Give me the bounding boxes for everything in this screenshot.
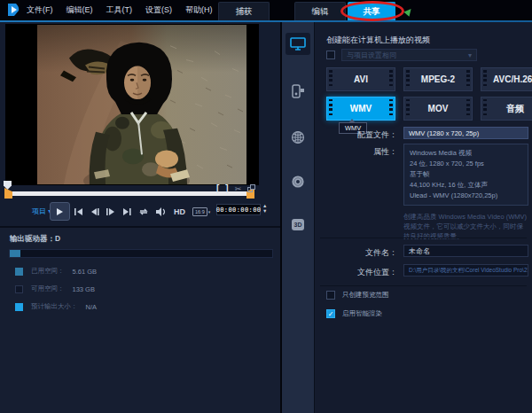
next-frame-icon[interactable] bbox=[106, 207, 115, 216]
free-space-label: 可用空间： bbox=[31, 284, 65, 293]
menu-tools[interactable]: 工具(T) bbox=[106, 4, 133, 16]
duplicate-icon[interactable] bbox=[247, 184, 255, 192]
smart-render-option: ✓ 启用智能渲染 bbox=[326, 309, 382, 318]
tab-edit[interactable]: 编辑 bbox=[294, 2, 346, 20]
video-preview bbox=[5, 24, 259, 185]
app-logo-icon bbox=[6, 3, 20, 17]
go-end-icon[interactable] bbox=[122, 207, 131, 216]
smart-render-checkbox[interactable]: ✓ bbox=[326, 309, 335, 318]
property-line: Windows Media 视频 bbox=[410, 148, 522, 159]
drive-usage-bar bbox=[9, 249, 273, 258]
prev-frame-icon[interactable] bbox=[90, 207, 99, 216]
property-line: Ulead - WMV (1280x720,25p) bbox=[410, 191, 522, 201]
estimated-size-value: N/A bbox=[86, 303, 98, 311]
project-settings-value: 与项目设置相同 bbox=[347, 51, 396, 60]
preview-range-option: 只创建预览范围 bbox=[326, 291, 389, 300]
tab-capture[interactable]: 捕获 bbox=[218, 2, 270, 20]
play-button[interactable] bbox=[50, 202, 70, 221]
filepath-label: 文件位置： bbox=[315, 267, 397, 278]
format-wmv-button[interactable]: WMV bbox=[326, 97, 395, 121]
panel-divider bbox=[320, 238, 527, 238]
timecode-stepper[interactable]: ▲▼ bbox=[262, 203, 267, 214]
video-frame bbox=[37, 25, 246, 184]
profile-label: 配置文件： bbox=[315, 129, 397, 141]
playback-source-selector[interactable]: 项目 ▾ bbox=[32, 206, 51, 216]
property-line: 基于帧 bbox=[410, 169, 522, 180]
menu-file[interactable]: 文件(F) bbox=[27, 4, 53, 16]
menu-edit[interactable]: 编辑(E) bbox=[66, 4, 93, 16]
share-settings-panel: 创建能在计算机上播放的视频 与项目设置相同 ▾ AVI MPEG-2 AVC/H… bbox=[315, 22, 532, 413]
format-avi-button[interactable]: AVI bbox=[326, 67, 395, 91]
smart-render-label: 启用智能渲染 bbox=[342, 309, 382, 318]
3d-disc-category-icon[interactable]: 3D bbox=[282, 219, 314, 230]
property-line: 24 位, 1280 x 720, 25 fps bbox=[410, 159, 522, 169]
properties-box: Windows Media 视频 24 位, 1280 x 720, 25 fp… bbox=[403, 144, 528, 206]
format-audio-button[interactable]: 音频 bbox=[481, 97, 532, 121]
format-mpeg2-button[interactable]: MPEG-2 bbox=[403, 67, 473, 91]
mark-in-button[interactable]: [ bbox=[216, 183, 219, 193]
hd-toggle[interactable]: HD bbox=[174, 207, 185, 216]
property-line: 44,100 KHz, 16 位, 立体声 bbox=[410, 180, 522, 191]
legend-free-space: 可用空间： 133 GB bbox=[15, 284, 95, 293]
menu-bar: 文件(F) 编辑(E) 工具(T) 设置(S) 帮助(H) bbox=[27, 4, 213, 16]
volume-icon[interactable] bbox=[156, 207, 167, 216]
menu-help[interactable]: 帮助(H) bbox=[185, 4, 213, 16]
output-drive-label: 输出驱动器：D bbox=[10, 234, 60, 245]
left-divider bbox=[0, 226, 280, 228]
used-space-label: 已用空间： bbox=[31, 267, 65, 276]
share-category-strip: 3D bbox=[282, 22, 314, 413]
free-space-swatch bbox=[15, 285, 23, 293]
mark-tools: [ ] ✂ bbox=[216, 183, 255, 193]
properties-label: 属性： bbox=[315, 146, 397, 158]
free-space-value: 133 GB bbox=[73, 285, 95, 293]
mark-out-button[interactable]: ] bbox=[225, 183, 228, 193]
go-start-icon[interactable] bbox=[74, 207, 83, 216]
annotation-red-circle bbox=[340, 1, 404, 21]
computer-category-icon[interactable] bbox=[282, 37, 314, 51]
drive-usage-fill bbox=[10, 250, 20, 257]
loop-icon[interactable] bbox=[138, 207, 149, 216]
preview-range-checkbox[interactable] bbox=[326, 291, 335, 300]
panel-divider-2 bbox=[320, 285, 527, 286]
legend-estimated-size: 预计输出大小： N/A bbox=[15, 302, 97, 311]
filename-label: 文件名： bbox=[315, 247, 397, 259]
format-avc-button[interactable]: AVC/H.264 bbox=[481, 67, 532, 91]
menu-settings[interactable]: 设置(S) bbox=[145, 4, 172, 16]
mobile-device-category-icon[interactable] bbox=[282, 84, 314, 98]
split-clip-icon[interactable]: ✂ bbox=[235, 184, 242, 193]
disc-category-icon[interactable] bbox=[282, 175, 314, 189]
project-settings-dropdown[interactable]: 与项目设置相同 ▾ bbox=[341, 49, 477, 61]
aspect-ratio-selector[interactable]: 16:9▾ bbox=[192, 207, 210, 216]
web-category-icon[interactable] bbox=[282, 130, 314, 144]
legend-used-space: 已用空间： 5.61 GB bbox=[15, 267, 97, 276]
filepath-input[interactable]: D:\用户目录\我的文档\Corel VideoStudio Pro\21.0\ bbox=[403, 264, 528, 277]
transport-controls: HD 16:9▾ ▾ bbox=[74, 202, 230, 221]
chevron-down-icon: ▾ bbox=[468, 51, 472, 59]
used-space-value: 5.61 GB bbox=[73, 268, 98, 276]
estimated-size-label: 预计输出大小： bbox=[31, 302, 78, 311]
preview-range-label: 只创建预览范围 bbox=[342, 291, 389, 300]
format-mov-button[interactable]: MOV bbox=[403, 97, 473, 121]
same-as-project-checkbox[interactable] bbox=[326, 51, 335, 59]
used-space-swatch bbox=[15, 268, 23, 276]
filename-input[interactable]: 未命名 bbox=[403, 245, 528, 257]
panel-title: 创建能在计算机上播放的视频 bbox=[326, 35, 430, 46]
timecode-display: 00:00:00:00 bbox=[216, 204, 261, 215]
profile-dropdown[interactable]: WMV (1280 x 720, 25p) bbox=[403, 127, 528, 139]
estimated-size-swatch bbox=[15, 303, 23, 311]
